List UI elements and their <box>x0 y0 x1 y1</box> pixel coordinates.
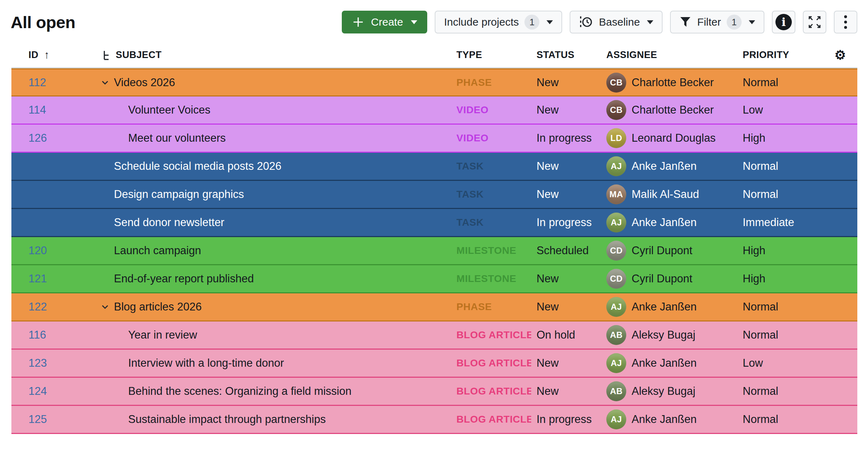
type-label: TASK <box>456 189 484 200</box>
table-header-row: ID ↑ SUBJECT TYPE STATUS ASSIGNEE <box>11 43 857 68</box>
type-label: BLOG ARTICLE <box>456 414 531 425</box>
work-packages-page: All open Create Include projects 1 <box>0 0 868 455</box>
column-header-id[interactable]: ID ↑ <box>11 49 93 61</box>
assignee-name: Anke Janßen <box>632 216 697 229</box>
table-row[interactable]: 122 Blog articles 2026 PHASE New AJ Anke… <box>11 293 857 321</box>
assignee-name: Cyril Dupont <box>632 244 692 257</box>
assignee-name: Leonard Douglas <box>632 132 716 145</box>
page-title: All open <box>11 12 75 32</box>
priority-text: High <box>736 125 823 152</box>
subject-text: Schedule social media posts 2026 <box>114 160 281 173</box>
status-text: Scheduled <box>531 237 601 264</box>
work-package-id-link[interactable]: 121 <box>28 272 47 285</box>
avatar: AJ <box>606 409 626 429</box>
work-package-id-link[interactable]: 116 <box>28 329 46 341</box>
create-button-label: Create <box>371 16 403 28</box>
table-row[interactable]: 116 Year in review BLOG ARTICLE On hold … <box>11 321 857 350</box>
type-label: PHASE <box>456 77 492 88</box>
chevron-down-icon <box>647 20 653 24</box>
avatar: MA <box>606 184 626 204</box>
work-package-id-link[interactable]: 124 <box>28 385 47 398</box>
priority-text: Normal <box>736 69 823 95</box>
table-row[interactable]: 124 Behind the scenes: Organizing a fiel… <box>11 378 857 406</box>
subject-text: Send donor newsletter <box>114 216 224 229</box>
table-row[interactable]: 112 Videos 2026 PHASE New CB Charlotte B… <box>11 68 857 96</box>
status-text: New <box>531 350 601 377</box>
table-row[interactable]: 114 Volunteer Voices VIDEO New CB Charlo… <box>11 96 857 125</box>
hierarchy-icon[interactable] <box>102 50 112 61</box>
column-header-priority[interactable]: PRIORITY <box>736 49 823 61</box>
subject-text: Blog articles 2026 <box>114 300 202 313</box>
table-row[interactable]: 126 Meet our volunteers VIDEO In progres… <box>11 125 857 153</box>
assignee-name: Anke Janßen <box>632 300 697 313</box>
priority-text: Normal <box>736 378 823 405</box>
work-package-id-link[interactable]: 126 <box>28 132 47 145</box>
avatar: AB <box>606 381 626 401</box>
work-package-id-link[interactable]: 125 <box>28 413 47 426</box>
column-header-subject[interactable]: SUBJECT <box>93 49 449 61</box>
table-row[interactable]: Schedule social media posts 2026 TASK Ne… <box>11 153 857 181</box>
assignee-name: Cyril Dupont <box>632 272 692 285</box>
priority-text: Low <box>736 350 823 377</box>
table-settings-button[interactable]: ⚙ <box>823 49 857 62</box>
status-text: In progress <box>531 125 601 152</box>
work-packages-table: ID ↑ SUBJECT TYPE STATUS ASSIGNEE <box>11 43 857 434</box>
chevron-down-icon <box>547 20 553 24</box>
priority-text: Normal <box>736 181 823 208</box>
table-row[interactable]: Send donor newsletter TASK In progress A… <box>11 209 857 237</box>
assignee-name: Malik Al-Saud <box>632 188 699 201</box>
column-header-id-label: ID <box>28 49 38 61</box>
baseline-button[interactable]: Baseline <box>570 11 663 33</box>
type-label: VIDEO <box>456 104 488 116</box>
column-header-assignee[interactable]: ASSIGNEE <box>601 49 736 61</box>
table-row[interactable]: 125 Sustainable impact through partnersh… <box>11 406 857 434</box>
priority-text: Normal <box>736 406 823 433</box>
assignee-name: Anke Janßen <box>632 357 697 370</box>
priority-text: High <box>736 237 823 264</box>
subject-text: Volunteer Voices <box>128 104 210 116</box>
work-package-id-link[interactable]: 122 <box>28 300 47 313</box>
work-package-id-link[interactable]: 112 <box>28 76 46 89</box>
table-row[interactable]: 120 Launch campaign MILESTONE Scheduled … <box>11 237 857 265</box>
filter-button[interactable]: Filter 1 <box>670 11 764 33</box>
column-header-type[interactable]: TYPE <box>449 49 531 61</box>
avatar: CB <box>606 100 626 120</box>
work-package-id-link[interactable]: 114 <box>28 104 46 116</box>
topbar: All open Create Include projects 1 <box>0 0 868 38</box>
subject-text: Sustainable impact through partnerships <box>128 413 326 426</box>
status-text: New <box>531 96 601 124</box>
table-row[interactable]: 121 End-of-year report published MILESTO… <box>11 265 857 293</box>
type-label: TASK <box>456 161 484 172</box>
avatar: CD <box>606 269 626 289</box>
table-row[interactable]: Design campaign graphics TASK New MA Mal… <box>11 181 857 209</box>
status-text: New <box>531 153 601 180</box>
assignee-name: Charlotte Becker <box>632 104 714 116</box>
status-text: New <box>531 378 601 405</box>
info-button[interactable]: i <box>772 11 795 33</box>
avatar: CB <box>606 73 626 93</box>
chevron-down-icon[interactable] <box>100 302 110 312</box>
chevron-down-icon <box>749 20 755 24</box>
work-package-id-link[interactable]: 120 <box>28 244 47 257</box>
status-text: New <box>531 265 601 292</box>
more-options-button[interactable] <box>834 11 857 33</box>
column-header-status[interactable]: STATUS <box>531 49 601 61</box>
subject-text: Launch campaign <box>114 244 201 257</box>
priority-text: Low <box>736 96 823 124</box>
fullscreen-button[interactable] <box>803 11 826 33</box>
work-package-id-link[interactable]: 123 <box>28 357 47 370</box>
priority-text: Normal <box>736 153 823 180</box>
avatar: AJ <box>606 156 626 176</box>
include-projects-button[interactable]: Include projects 1 <box>435 11 562 33</box>
assignee-name: Anke Janßen <box>632 413 697 426</box>
subject-text: Meet our volunteers <box>128 132 226 145</box>
create-button[interactable]: Create <box>342 11 427 33</box>
table-row[interactable]: 123 Interview with a long-time donor BLO… <box>11 350 857 378</box>
baseline-icon <box>579 15 593 29</box>
avatar: AB <box>606 325 626 345</box>
chevron-down-icon <box>411 20 417 24</box>
include-projects-count-badge: 1 <box>524 15 539 30</box>
kebab-menu-icon <box>844 15 847 29</box>
avatar: LD <box>606 128 626 148</box>
chevron-down-icon[interactable] <box>100 77 110 88</box>
